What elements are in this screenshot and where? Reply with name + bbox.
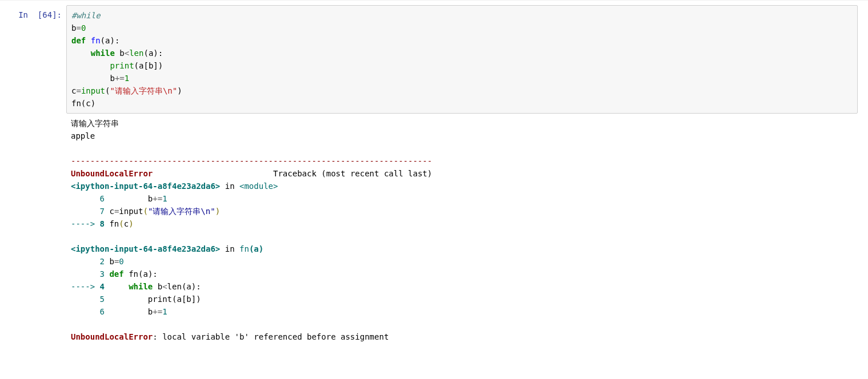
code-zero: 0: [81, 23, 86, 33]
tb1-ln7-c: c: [105, 207, 114, 216]
code-print: print: [110, 61, 134, 70]
code-b3: b: [110, 74, 114, 83]
tb1-ln8-arrow: ---->: [71, 219, 100, 228]
tb2-ln3-rest: fn(a):: [124, 269, 158, 279]
traceback-mod-1: <module>: [239, 182, 278, 191]
tb1-ln7-p2: ): [215, 207, 220, 216]
tb1-ln6-num: 6: [100, 194, 105, 203]
traceback-in-1: in: [220, 182, 239, 191]
tb2-ln6-one: 1: [162, 307, 167, 316]
tb2-ln2-b: b: [105, 257, 114, 266]
tb2-ln5-print: print: [105, 295, 172, 304]
code-lt: <: [125, 49, 129, 58]
tb2-ln6-op: +=: [153, 307, 162, 316]
tb2-ln5-pre: [71, 295, 100, 304]
input-prompt: In [64]:: [0, 5, 66, 21]
tb2-ln6-num: 6: [100, 307, 105, 316]
output-prompt-empty: [0, 114, 66, 117]
tb2-ln4-b: b: [153, 282, 162, 291]
traceback-header-tail: Traceback (most recent call last): [273, 169, 432, 178]
final-exception-name: UnboundLocalError: [71, 332, 153, 341]
tb2-ln4-lt: <: [162, 282, 167, 291]
tb2-ln6-pre: [71, 307, 100, 316]
tb2-ln2-zero: 0: [119, 257, 123, 266]
tb2-ln5-num: 5: [100, 295, 105, 304]
tb1-ln6-pre: [71, 194, 100, 203]
tb2-ln5-rest: (a[b]): [172, 295, 201, 304]
code-peq: +=: [115, 74, 125, 83]
code-fn-sig: (a):: [101, 36, 120, 45]
tb1-ln7-num: 7: [100, 207, 105, 216]
tb2-ln2-pre: [71, 257, 100, 266]
tb2-ln4-num: 4: [100, 282, 105, 291]
tb1-ln8-p2: ): [129, 219, 133, 228]
exception-name-header: UnboundLocalError: [71, 169, 153, 178]
tb2-ln4-while: while: [105, 282, 153, 291]
code-eq2: =: [76, 86, 81, 95]
code-fn-call: fn(c): [71, 99, 95, 108]
tb2-ln3-pre: [71, 269, 100, 279]
tb2-ln4-rest2: (a):: [182, 282, 201, 291]
final-exception-msg: : local variable 'b' referenced before a…: [153, 332, 389, 341]
code-while: while: [91, 49, 115, 58]
code-fn-name: fn: [86, 36, 100, 45]
code-indent6: [71, 74, 110, 83]
code-input-close: ): [177, 86, 182, 95]
notebook-page: In [64]: #while b=0 def fn(a): while b<l…: [0, 0, 868, 346]
tb1-ln7-str: "请输入字符串\n": [148, 207, 215, 216]
code-len: len: [129, 49, 143, 58]
stdin-echo-1: 请输入字符串: [71, 119, 119, 128]
code-input-str: "请输入字符串\n": [110, 86, 177, 95]
stdin-echo-2: apple: [71, 131, 95, 140]
tb2-ln6-code: b: [105, 307, 153, 316]
traceback-fn-args-2: (a): [249, 244, 263, 253]
code-indent4: [71, 49, 91, 58]
tb2-ln2-num: 2: [100, 257, 105, 266]
code-print-args: (a[b]): [134, 61, 163, 70]
code-input: input: [81, 86, 105, 95]
tb1-ln6-op: +=: [153, 194, 162, 203]
traceback-divider: ----------------------------------------…: [71, 156, 432, 166]
code-indent5: [71, 61, 110, 70]
tb1-ln7-p1: (: [143, 207, 147, 216]
code-def: def: [71, 36, 86, 45]
code-line-1: #while: [71, 11, 101, 20]
traceback-fn-2: fn: [239, 244, 249, 253]
tb1-ln7-pre: [71, 207, 100, 216]
tb1-ln8-p1: (: [119, 219, 123, 228]
code-eq: =: [76, 23, 81, 33]
tb2-ln4-arrow: ---->: [71, 282, 100, 291]
output-cell: 请输入字符串 apple ---------------------------…: [0, 114, 868, 346]
tb1-ln8-arg: c: [124, 219, 129, 228]
code-len-args: (a):: [143, 49, 163, 58]
traceback-src2: <ipython-input-64-a8f4e23a2da6>: [71, 244, 220, 253]
code-b2: b: [115, 49, 125, 58]
tb1-ln8-fn: fn: [105, 219, 119, 228]
input-area-wrap: #while b=0 def fn(a): while b<len(a): pr…: [66, 5, 868, 114]
tb1-ln6-one: 1: [162, 194, 167, 203]
tb2-ln3-num: 3: [100, 269, 105, 279]
traceback-in-2: in: [220, 244, 239, 253]
tb2-ln4-len: len: [167, 282, 182, 291]
traceback-src1: <ipython-input-64-a8f4e23a2da6>: [71, 182, 220, 191]
code-one: 1: [125, 74, 129, 83]
prompt-label: In [64]:: [18, 10, 62, 19]
tb1-ln6-code: b: [105, 194, 153, 203]
tb2-ln3-def: def: [105, 269, 124, 279]
tb1-ln7-input: input: [119, 207, 143, 216]
exception-pad: [153, 169, 273, 178]
output-area: 请输入字符串 apple ---------------------------…: [66, 114, 868, 346]
code-input-area[interactable]: #while b=0 def fn(a): while b<len(a): pr…: [66, 5, 858, 114]
code-cell: In [64]: #while b=0 def fn(a): while b<l…: [0, 5, 868, 114]
tb1-ln8-num: 8: [100, 219, 105, 228]
